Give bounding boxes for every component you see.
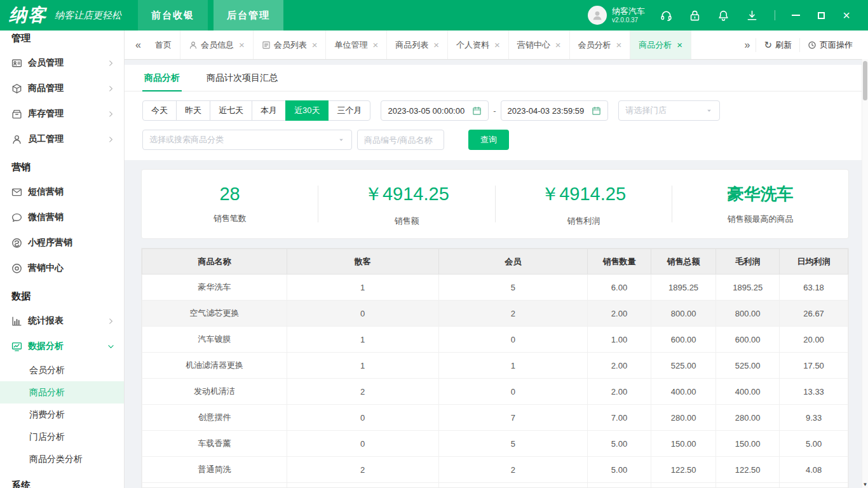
close-tab-icon[interactable]: ×	[555, 39, 561, 50]
page-tab-2[interactable]: 会员列表×	[254, 30, 327, 59]
page-tab-6[interactable]: 营销中心×	[509, 30, 570, 59]
table-cell: 63.18	[780, 274, 848, 301]
sidebar-item-6[interactable]: 短信营销	[0, 179, 124, 205]
app-slogan: 纳客让店更轻松	[55, 10, 121, 22]
sidebar-subitem-14[interactable]: 商品分析	[0, 381, 124, 403]
range-button-5[interactable]: 三个月	[328, 100, 370, 121]
sidebar-group-18: 系统	[0, 470, 124, 488]
table-row-0[interactable]: 豪华洗车156.001895.251895.2563.18	[142, 274, 848, 301]
table-cell: 2	[287, 379, 438, 405]
product-table-card: 商品名称散客会员销售数量销售总额毛利润日均利润 豪华洗车156.001895.2…	[141, 248, 849, 488]
close-tab-icon[interactable]: ×	[239, 39, 245, 50]
table-row-2[interactable]: 汽车镀膜101.00600.00600.0020.00	[142, 327, 848, 353]
stat-value: 28	[219, 184, 240, 205]
page-tab-1[interactable]: 会员信息×	[180, 30, 254, 59]
close-tab-icon[interactable]: ×	[372, 39, 378, 50]
close-tab-icon[interactable]: ×	[312, 39, 318, 50]
table-cell: 800.00	[716, 301, 780, 327]
sidebar-item-2[interactable]: 商品管理	[0, 76, 124, 101]
table-cell: 机油滤清器更换	[142, 353, 287, 379]
sidebar-subitem-17[interactable]: 商品分类分析	[0, 448, 124, 470]
end-date-value: 2023-04-03 23:59:59	[508, 106, 585, 116]
tabs-scroll-left[interactable]: «	[130, 39, 147, 51]
sidebar-item-9[interactable]: 营销中心	[0, 255, 124, 281]
download-icon[interactable]	[746, 10, 758, 22]
table-row-1[interactable]: 空气滤芯更换022.00800.00800.0026.67	[142, 301, 848, 327]
table-row-7[interactable]: 普通简洗225.00122.50122.504.08	[142, 457, 848, 483]
close-tab-icon[interactable]: ×	[494, 39, 500, 50]
table-cell: 90.00	[651, 483, 716, 488]
close-tab-icon[interactable]: ×	[677, 39, 682, 50]
keyword-input[interactable]	[357, 130, 444, 150]
table-cell: 3.00	[780, 483, 848, 488]
table-row-3[interactable]: 机油滤清器更换112.00525.00525.0017.50	[142, 353, 848, 379]
store-select[interactable]: 请选择门店	[618, 100, 720, 121]
page-tab-8[interactable]: 商品分析×	[630, 30, 691, 59]
page-tab-5[interactable]: 个人资料×	[448, 30, 509, 59]
start-date-input[interactable]: 2023-03-05 00:00:00	[381, 100, 489, 121]
stat-label: 销售笔数	[214, 213, 247, 224]
table-cell: 5.00	[588, 457, 651, 483]
query-button[interactable]: 查询	[468, 130, 509, 150]
stat-label: 销售额最高的商品	[727, 214, 793, 225]
sidebar-item-3[interactable]: 库存管理	[0, 101, 124, 126]
chevron-right-icon	[107, 59, 115, 67]
scroll-down-arrow[interactable]: ▼	[862, 482, 868, 487]
subtab-0[interactable]: 商品分析	[142, 65, 182, 91]
page-tab-4[interactable]: 商品列表×	[387, 30, 448, 59]
refresh-button[interactable]: ↻ 刷新	[756, 38, 799, 52]
range-button-3[interactable]: 本月	[252, 100, 286, 121]
table-cell: 7	[438, 405, 587, 431]
service-icon[interactable]	[660, 10, 672, 22]
close-button[interactable]: ×	[834, 6, 859, 25]
page-tab-7[interactable]: 会员分析×	[570, 30, 631, 59]
page-tab-label: 首页	[155, 39, 172, 51]
table-row-6[interactable]: 车载香薰055.00150.00150.005.00	[142, 431, 848, 457]
page-tab-0[interactable]: 首页	[147, 30, 180, 59]
sidebar-item-12[interactable]: 数据分析	[0, 334, 124, 359]
range-button-0[interactable]: 今天	[142, 100, 177, 121]
maximize-icon	[818, 12, 825, 19]
page-tab-3[interactable]: 单位管理×	[326, 30, 387, 59]
sidebar-item-8[interactable]: 小程序营销	[0, 230, 124, 255]
avatar[interactable]	[588, 6, 607, 25]
sidebar-item-1[interactable]: 会员管理	[0, 50, 124, 76]
tabs-container: 首页会员信息×会员列表×单位管理×商品列表×个人资料×营销中心×会员分析×商品分…	[147, 30, 691, 59]
sidebar-subitem-16[interactable]: 门店分析	[0, 426, 124, 448]
table-cell: 400.00	[716, 379, 780, 405]
table-row-8[interactable]: 雨刮器更换112.0090.0090.003.00	[142, 483, 848, 488]
topnav-tab-0[interactable]: 前台收银	[138, 0, 208, 30]
table-cell: 0	[438, 327, 587, 353]
table-row-5[interactable]: 创意摆件077.00280.00280.009.33	[142, 405, 848, 431]
table-cell: 0	[287, 301, 438, 327]
sidebar-subitem-13[interactable]: 会员分析	[0, 359, 124, 381]
maximize-button[interactable]	[808, 6, 834, 25]
scrollbar[interactable]: ▼	[862, 59, 868, 488]
table-cell: 0	[438, 379, 587, 405]
avatar-person-icon	[591, 9, 604, 22]
sidebar-subitem-15[interactable]: 消费分析	[0, 403, 124, 426]
sidebar-item-7[interactable]: 微信营销	[0, 205, 124, 230]
user-meta[interactable]: 纳客汽车 v2.0.0.37	[612, 6, 645, 25]
stat-2: ￥4914.25销售利润	[496, 182, 672, 227]
subtab-1[interactable]: 商品计次项目汇总	[205, 65, 280, 91]
tabs-scroll-right[interactable]: »	[739, 39, 756, 51]
minimize-button[interactable]	[783, 6, 808, 25]
page-ops-button[interactable]: 页面操作	[799, 38, 860, 52]
close-tab-icon[interactable]: ×	[616, 39, 622, 50]
table-row-4[interactable]: 发动机清洁202.00400.00400.0013.33	[142, 379, 848, 405]
range-button-1[interactable]: 昨天	[176, 100, 210, 121]
range-button-4[interactable]: 近30天	[285, 100, 329, 121]
sidebar-item-4[interactable]: 员工管理	[0, 126, 124, 152]
topbar-divider	[775, 10, 775, 20]
bell-icon[interactable]	[717, 10, 729, 22]
stat-value: ￥4914.25	[541, 182, 626, 207]
topnav-tab-1[interactable]: 后台管理	[214, 0, 283, 30]
scrollbar-thumb[interactable]	[863, 61, 867, 100]
range-button-2[interactable]: 近七天	[210, 100, 252, 121]
sidebar-item-11[interactable]: 统计报表	[0, 308, 124, 334]
category-select[interactable]: 选择或搜索商品分类	[142, 130, 352, 150]
close-tab-icon[interactable]: ×	[433, 39, 439, 50]
end-date-input[interactable]: 2023-04-03 23:59:59	[501, 100, 609, 121]
lock-icon[interactable]	[689, 10, 701, 22]
